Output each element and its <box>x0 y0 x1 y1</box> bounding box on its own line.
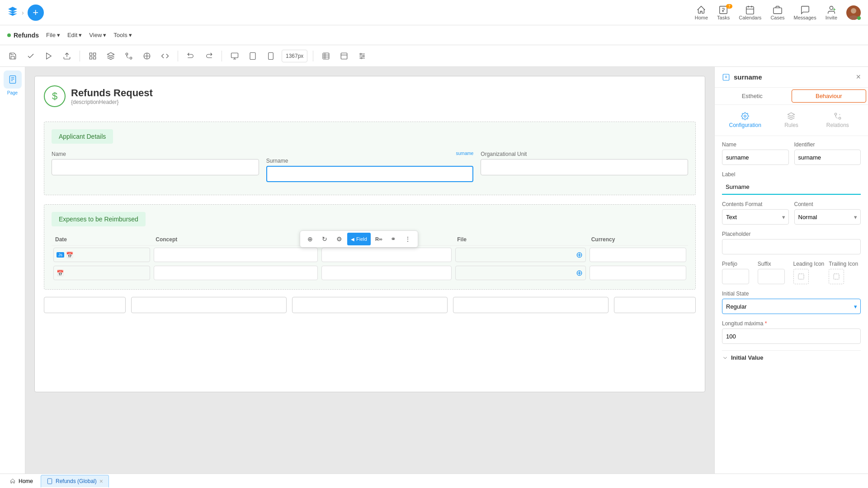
prefijo-label: Prefijo <box>722 261 754 267</box>
play-toolbar-btn[interactable] <box>42 49 56 63</box>
rotate-icon[interactable]: ↻ <box>318 233 331 245</box>
canvas-area[interactable]: $ Refunds Request {descriptionHeader} Ap… <box>25 67 714 474</box>
settings-layout-btn[interactable] <box>355 49 369 63</box>
grid2-btn[interactable] <box>319 49 333 63</box>
panel-identifier-input[interactable] <box>794 150 861 165</box>
upload-icon-2[interactable]: ⊕ <box>576 268 583 278</box>
home-tab[interactable]: Home <box>4 475 39 488</box>
nav-tasks[interactable]: Tasks 7 <box>717 5 730 20</box>
currency-input-2[interactable] <box>590 266 686 280</box>
concept-input-2[interactable] <box>154 266 318 280</box>
user-avatar[interactable] <box>846 5 861 20</box>
config-subtabs: Configuration Rules Relations <box>715 105 868 136</box>
menu-edit[interactable]: Edit ▾ <box>67 32 82 38</box>
nav-home[interactable]: Home <box>695 5 708 20</box>
project-input-2[interactable] <box>321 266 452 280</box>
bottom-tabs: Home Refunds (Global) × <box>0 474 868 488</box>
svg-rect-10 <box>90 56 92 59</box>
app-title: Refunds <box>7 32 39 39</box>
currency-input-1[interactable] <box>590 248 686 262</box>
surname-field[interactable]: surname Surname <box>266 151 474 182</box>
save-toolbar-btn[interactable] <box>5 49 20 63</box>
rules-tab[interactable]: Rules <box>768 108 814 132</box>
layers-toolbar-btn[interactable] <box>104 49 118 63</box>
panel-close-btn[interactable]: × <box>856 72 861 82</box>
nav-messages[interactable]: Messages <box>794 5 816 20</box>
nav-invite[interactable]: Invite <box>826 5 837 20</box>
check-toolbar-btn[interactable] <box>24 49 38 63</box>
org-unit-input[interactable] <box>481 159 688 175</box>
sidebar-page-btn[interactable] <box>4 70 22 89</box>
content-select[interactable]: Normal <box>794 209 861 225</box>
configuration-tab[interactable]: Configuration <box>722 108 768 132</box>
editor-toolbar: 1367px <box>0 45 868 67</box>
code-toolbar-btn[interactable] <box>158 49 172 63</box>
link-icon[interactable]: ⚭ <box>387 233 400 245</box>
redo-btn[interactable] <box>202 49 216 63</box>
extra-input-4[interactable] <box>453 297 609 313</box>
svg-point-14 <box>130 57 132 59</box>
trailing-icon-btn[interactable] <box>829 269 844 284</box>
contents-format-select[interactable]: Text <box>722 209 789 225</box>
desktop-btn[interactable] <box>227 49 242 63</box>
refunds-tab[interactable]: Refunds (Global) × <box>41 475 109 488</box>
relations-tab[interactable]: Relations <box>815 108 861 132</box>
surname-label: Surname <box>266 158 474 164</box>
upload-icon[interactable]: ⊕ <box>576 250 583 260</box>
extra-input-1[interactable] <box>44 297 126 313</box>
prefijo-input[interactable] <box>722 269 749 284</box>
behaviour-tab[interactable]: Behaviour <box>792 89 867 103</box>
nav-cases[interactable]: Cases <box>770 5 784 20</box>
longitud-input[interactable] <box>722 328 861 344</box>
esthetic-tab[interactable]: Esthetic <box>715 88 790 104</box>
separator4 <box>313 51 313 61</box>
placeholder-label: Placeholder <box>722 231 861 237</box>
regex-icon[interactable]: R∞ <box>373 233 385 245</box>
panel-name-input[interactable] <box>722 150 789 165</box>
leading-icon-btn[interactable] <box>793 269 809 284</box>
settings-icon[interactable]: ⚙ <box>333 233 345 245</box>
extra-input-2[interactable] <box>131 297 287 313</box>
nav-calendars[interactable]: Calendars <box>739 5 761 20</box>
menu-view[interactable]: View ▾ <box>89 32 106 38</box>
menu-file[interactable]: File ▾ <box>46 32 60 38</box>
longitud-row: Longitud máxima * <box>722 320 861 344</box>
svg-point-33 <box>363 55 364 56</box>
svg-rect-27 <box>341 53 348 59</box>
form-subtitle: {descriptionHeader} <box>71 99 153 105</box>
concept-input-1[interactable] <box>154 248 318 262</box>
move-icon[interactable]: ⊕ <box>304 233 316 245</box>
panel-title: surname <box>722 73 762 81</box>
content-select-wrap: Normal ▾ <box>794 209 861 225</box>
suffix-input[interactable] <box>758 269 785 284</box>
project-input-1[interactable] <box>321 248 452 262</box>
tab-close-btn[interactable]: × <box>99 478 103 485</box>
add-button[interactable]: + <box>28 5 44 21</box>
nav-arrow[interactable]: › <box>22 9 24 16</box>
extra-input-5[interactable] <box>614 297 696 313</box>
flow-toolbar-btn[interactable] <box>122 49 136 63</box>
extra-input-3[interactable] <box>292 297 448 313</box>
undo-btn[interactable] <box>184 49 198 63</box>
window-btn[interactable] <box>337 49 351 63</box>
schema-toolbar-btn[interactable] <box>140 49 154 63</box>
svg-point-42 <box>744 115 746 117</box>
initial-state-select[interactable]: Regular <box>722 299 861 314</box>
nav-left: › + <box>7 5 44 21</box>
more-icon[interactable]: ⋮ <box>401 233 414 245</box>
name-input[interactable] <box>52 159 259 175</box>
calendar-icon[interactable]: 📅 <box>66 252 73 258</box>
export-toolbar-btn[interactable] <box>60 49 74 63</box>
mobile-btn[interactable] <box>264 49 278 63</box>
menu-tools[interactable]: Tools ▾ <box>113 32 132 38</box>
grid-toolbar-btn[interactable] <box>85 49 100 63</box>
initial-value-section[interactable]: Initial Value <box>722 350 861 365</box>
panel-label-input[interactable] <box>722 179 861 195</box>
table-row: Js 📅 ⊕ <box>52 246 688 264</box>
tablet-btn[interactable] <box>245 49 260 63</box>
surname-input[interactable] <box>266 166 474 182</box>
contents-format-field: Contents Format Text ▾ <box>722 201 789 225</box>
calendar-icon-2[interactable]: 📅 <box>57 270 64 277</box>
placeholder-input[interactable] <box>722 239 861 254</box>
app-logo[interactable] <box>7 6 18 19</box>
